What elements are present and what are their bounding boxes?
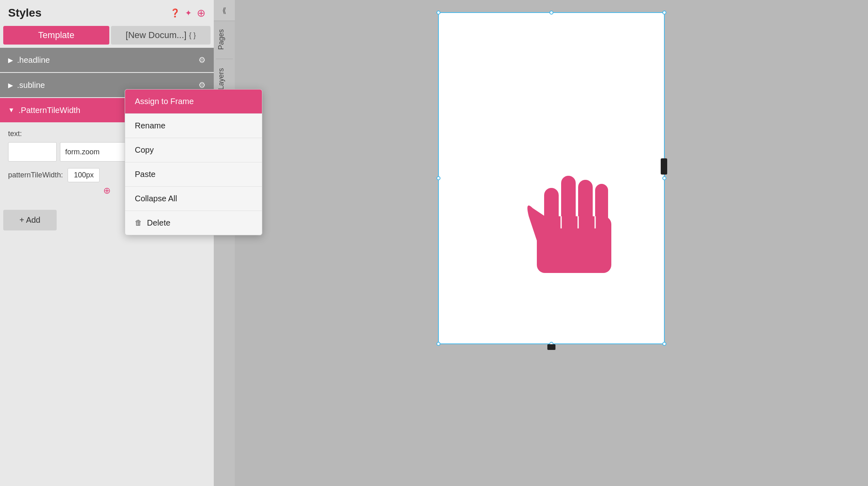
hand-icon <box>525 176 614 291</box>
vtab-divider-1 <box>216 59 233 59</box>
context-menu-copy[interactable]: Copy <box>125 138 262 162</box>
paste-label: Paste <box>135 170 155 179</box>
expand-arrow-subline: ▶ <box>8 81 13 89</box>
vtab-pages[interactable]: Pages <box>214 21 235 58</box>
magic-icon[interactable]: ✦ <box>185 8 192 18</box>
tab-template[interactable]: Template <box>3 26 109 45</box>
text-value: form.zoom <box>65 148 100 156</box>
headline-label: .headline <box>17 55 50 65</box>
header-icons: ❓ ✦ ⊕ <box>170 7 206 19</box>
context-menu: Assign to Frame Rename Copy Paste Collap… <box>125 89 262 235</box>
tab-newdoc[interactable]: [New Docum...] { } <box>111 26 211 45</box>
tabs-row: Template [New Docum...] { } <box>0 26 214 48</box>
context-menu-rename[interactable]: Rename <box>125 114 262 138</box>
style-row-headline[interactable]: ▶ .headline ⚙ <box>0 48 214 72</box>
assign-label: Assign to Frame <box>135 97 194 106</box>
pattern-value[interactable]: 100px <box>68 168 100 182</box>
brace-icon: { } <box>189 31 196 40</box>
gear-icon-headline[interactable]: ⚙ <box>198 55 206 65</box>
handle-bot-right[interactable] <box>662 342 666 346</box>
add-circle-icon[interactable]: ⊕ <box>197 7 206 19</box>
right-side: ⟪ Pages Layers Colors Styles Form <box>214 0 868 486</box>
subline-label: .subline <box>17 81 45 90</box>
expand-arrow-pattern: ▼ <box>8 107 15 114</box>
help-icon[interactable]: ❓ <box>170 8 180 18</box>
text-input-filled[interactable]: form.zoom <box>60 142 133 162</box>
newdoc-label: [New Docum...] <box>126 30 186 40</box>
rename-label: Rename <box>135 121 166 130</box>
panel-title: Styles <box>8 6 42 19</box>
handle-bot-left[interactable] <box>436 342 440 346</box>
handle-mid-left[interactable] <box>436 176 440 180</box>
handle-top-right[interactable] <box>662 11 666 15</box>
context-menu-collapse[interactable]: Collapse All <box>125 187 262 211</box>
panel-header: Styles ❓ ✦ ⊕ <box>0 0 214 26</box>
bottom-frame-bar <box>547 344 555 350</box>
handle-top-left[interactable] <box>436 11 440 15</box>
text-input-empty[interactable] <box>8 142 57 162</box>
left-panel: Styles ❓ ✦ ⊕ Template [New Docum...] { }… <box>0 0 214 486</box>
delete-icon: 🗑 <box>135 219 142 227</box>
add-button[interactable]: + Add <box>3 210 57 230</box>
context-menu-assign[interactable]: Assign to Frame <box>125 90 262 114</box>
canvas-frame[interactable] <box>438 12 665 344</box>
context-menu-delete[interactable]: 🗑 Delete <box>125 211 262 235</box>
svg-rect-4 <box>537 216 611 273</box>
collapse-label: Collapse All <box>135 194 177 203</box>
expand-arrow-headline: ▶ <box>8 56 13 64</box>
delete-label: Delete <box>147 218 170 228</box>
vertical-tabs: ⟪ Pages Layers Colors Styles Form <box>214 0 235 486</box>
copy-label: Copy <box>135 145 154 155</box>
add-button-label: + Add <box>19 215 40 225</box>
canvas-area[interactable] <box>235 0 868 486</box>
right-edge-bar <box>661 158 667 175</box>
pattern-label: patternTileWidth: <box>8 171 63 179</box>
gear-icon-subline[interactable]: ⚙ <box>198 80 206 90</box>
context-menu-paste[interactable]: Paste <box>125 162 262 187</box>
handle-top-center[interactable] <box>549 11 553 15</box>
handle-mid-right[interactable] <box>662 176 666 180</box>
pattern-tile-width-label: .PatternTileWidth <box>19 106 81 115</box>
collapse-panel-btn[interactable]: ⟪ <box>214 0 235 21</box>
